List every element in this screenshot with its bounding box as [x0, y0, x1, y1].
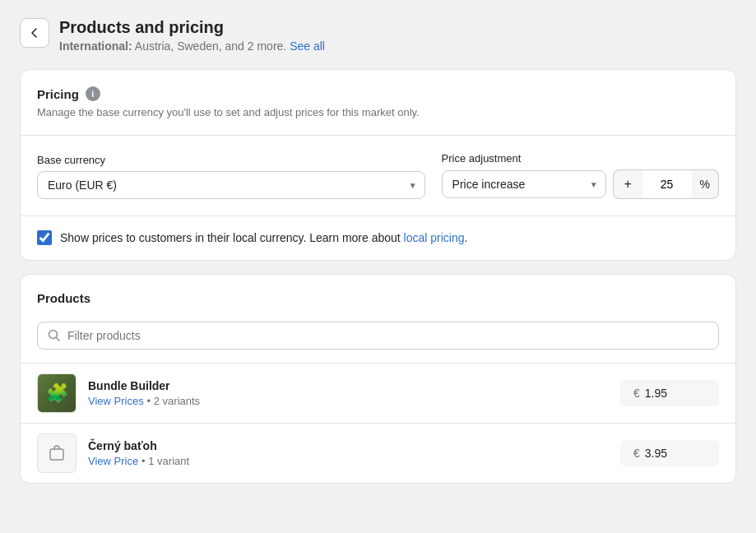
pricing-header: Pricing i	[37, 86, 719, 101]
svg-rect-2	[50, 449, 63, 460]
product-name: Černý baťoh	[88, 439, 609, 452]
product-info-cerny-batoh: Černý baťoh View Price • 1 variant	[88, 439, 609, 467]
list-item: 🧩 Bundle Builder View Prices • 2 variant…	[21, 364, 735, 423]
product-info-bundle-builder: Bundle Builder View Prices • 2 variants	[88, 379, 609, 407]
pricing-form-row: Base currency Euro (EUR €) ▼ Price adjus…	[21, 136, 735, 216]
pricing-description: Manage the base currency you'll use to s…	[37, 106, 719, 118]
price-adjustment-group: Price adjustment Price increase Price de…	[442, 152, 719, 199]
price-adjustment-label: Price adjustment	[442, 152, 719, 165]
local-pricing-link[interactable]: local pricing	[404, 231, 465, 244]
base-currency-select[interactable]: Euro (EUR €)	[37, 171, 425, 199]
view-prices-link[interactable]: View Prices	[88, 395, 144, 407]
currency-symbol: €	[633, 387, 640, 400]
price-value: 3.95	[645, 447, 667, 460]
svg-line-1	[57, 338, 60, 341]
search-input[interactable]	[67, 329, 708, 342]
list-item: Černý baťoh View Price • 1 variant € 3.9…	[21, 424, 735, 483]
pricing-title-section: Pricing i Manage the base currency you'l…	[21, 70, 735, 135]
subtitle-label: International:	[59, 39, 132, 53]
view-price-link[interactable]: View Price	[88, 455, 138, 467]
search-icon	[48, 329, 61, 342]
header-subtitle: International: Austria, Sweden, and 2 mo…	[59, 39, 325, 53]
base-currency-label: Base currency	[37, 154, 425, 166]
base-currency-group: Base currency Euro (EUR €) ▼	[37, 154, 425, 199]
product-name: Bundle Builder	[88, 379, 609, 392]
page-title: Products and pricing	[59, 16, 325, 38]
page-header: Products and pricing International: Aust…	[20, 16, 736, 53]
subtitle-countries: Austria, Sweden, and 2 more.	[135, 39, 286, 53]
pricing-card: Pricing i Manage the base currency you'l…	[20, 69, 736, 261]
product-price-cerny-batoh: € 3.95	[620, 440, 719, 466]
plus-sign: +	[613, 169, 642, 199]
price-adjustment-select-wrapper: Price increase Price decrease No adjustm…	[442, 170, 606, 198]
products-title: Products	[21, 275, 735, 322]
products-card: Products 🧩 Bundle Builder View Prices • …	[20, 274, 736, 484]
local-pricing-section: Show prices to customers in their local …	[21, 216, 735, 260]
product-variants: • 2 variants	[147, 395, 201, 407]
base-currency-select-wrapper: Euro (EUR €) ▼	[37, 171, 425, 199]
product-thumbnail-bundle-builder: 🧩	[37, 373, 77, 413]
percentage-input-group: + %	[613, 169, 719, 199]
currency-symbol: €	[633, 447, 640, 460]
percent-sign: %	[692, 169, 719, 199]
header-text: Products and pricing International: Aust…	[59, 16, 325, 53]
search-input-wrapper	[37, 322, 719, 350]
product-price-bundle-builder: € 1.95	[620, 380, 719, 406]
percentage-input[interactable]	[642, 169, 692, 199]
search-container	[21, 322, 735, 363]
product-variants: • 1 variant	[141, 455, 189, 467]
bundle-builder-image: 🧩	[38, 374, 76, 412]
pricing-title: Pricing	[37, 87, 79, 101]
price-adjustment-select[interactable]: Price increase Price decrease No adjustm…	[442, 170, 606, 198]
page-container: Products and pricing International: Aust…	[0, 0, 756, 500]
local-pricing-label: Show prices to customers in their local …	[60, 229, 467, 247]
see-all-link[interactable]: See all	[290, 39, 325, 53]
local-pricing-checkbox[interactable]	[37, 230, 52, 245]
product-thumbnail-cerny-batoh	[37, 433, 77, 473]
back-button[interactable]	[20, 18, 49, 48]
price-value: 1.95	[645, 387, 667, 400]
info-icon[interactable]: i	[86, 86, 100, 101]
